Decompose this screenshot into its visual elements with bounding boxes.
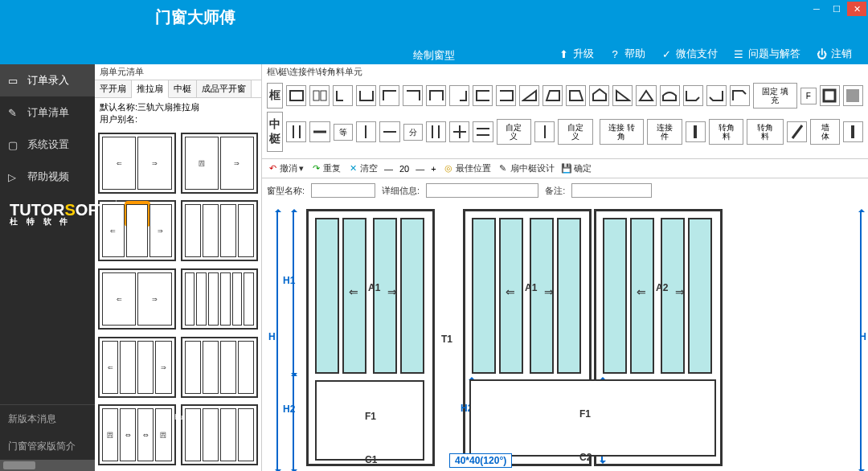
connector-button[interactable]: 连接件 bbox=[647, 119, 682, 145]
shape-ang1[interactable] bbox=[683, 85, 703, 106]
shape-u2[interactable] bbox=[426, 85, 446, 106]
scroll-thumb[interactable] bbox=[3, 461, 35, 469]
dim-H2-line bbox=[293, 376, 294, 469]
minimize-button[interactable]: ─ bbox=[807, 2, 826, 16]
slide-arrow-icon: ⇐ bbox=[349, 285, 358, 298]
corner-angle-button[interactable]: 转角 料 bbox=[747, 119, 784, 145]
f-button[interactable]: F bbox=[800, 88, 817, 104]
connector-icon[interactable] bbox=[686, 121, 706, 142]
fixed-fill-button[interactable]: 固定 填充 bbox=[753, 83, 797, 109]
mullion-cross[interactable] bbox=[449, 121, 469, 142]
confirm-button[interactable]: 💾确定 bbox=[561, 162, 592, 174]
dim-T1: T1 bbox=[441, 334, 452, 345]
corner-icon[interactable] bbox=[787, 121, 807, 142]
shape-double[interactable] bbox=[309, 85, 330, 106]
name-label: 窗型名称: bbox=[267, 185, 305, 197]
drawing-canvas[interactable]: H H1 H2 H ⇐ A1 ⇒ bbox=[262, 203, 868, 471]
canvas-area: 框\梃\连接件\转角料单元 框 bbox=[262, 64, 868, 471]
clear-icon: ✕ bbox=[347, 163, 358, 174]
shape-l4[interactable] bbox=[449, 85, 469, 106]
equal-button[interactable]: 等 bbox=[334, 124, 353, 141]
shape-tri2[interactable] bbox=[612, 85, 633, 106]
sash[interactable] bbox=[472, 218, 496, 374]
undo-button[interactable]: ↶撤消 ▾ bbox=[267, 162, 304, 174]
sash[interactable] bbox=[603, 218, 627, 374]
custom2-button[interactable]: 自定义 bbox=[558, 119, 592, 145]
window-controls: ─ ☐ ✕ bbox=[807, 2, 866, 16]
save-icon: 💾 bbox=[561, 163, 572, 174]
note-label: 备注: bbox=[545, 185, 565, 197]
mullion-v1[interactable] bbox=[286, 121, 306, 142]
name-input[interactable] bbox=[311, 183, 375, 198]
shape-tri3[interactable] bbox=[636, 85, 656, 106]
shape-ang3[interactable] bbox=[730, 85, 750, 106]
mullion-h1[interactable] bbox=[309, 121, 330, 142]
shape-c1[interactable] bbox=[473, 85, 493, 106]
logo-tutorsoft: TUTORSOFT 杜 特 软 件 bbox=[10, 202, 108, 226]
shape-u1[interactable] bbox=[356, 85, 376, 106]
shape-l1[interactable] bbox=[333, 85, 353, 106]
mullion-h3[interactable] bbox=[473, 121, 493, 142]
mullion-h2[interactable] bbox=[379, 121, 399, 142]
wechat-pay-button[interactable]: ✓ 微信支付 bbox=[660, 47, 718, 61]
sash[interactable] bbox=[557, 218, 581, 374]
redo-button[interactable]: ↷重复 bbox=[310, 162, 341, 174]
sash[interactable] bbox=[400, 218, 424, 374]
help-button[interactable]: ? 帮助 bbox=[608, 47, 645, 61]
mullion-v3[interactable] bbox=[426, 121, 446, 142]
wall-button[interactable]: 墙 体 bbox=[810, 119, 839, 145]
split-button[interactable]: 分 bbox=[403, 124, 423, 141]
wall-icon[interactable] bbox=[843, 121, 863, 142]
shape-pent[interactable] bbox=[589, 85, 609, 106]
shape-fill1[interactable] bbox=[820, 85, 840, 106]
note-input[interactable] bbox=[571, 183, 652, 198]
shape-fill2[interactable] bbox=[843, 85, 863, 106]
fields-row: 窗型名称: 详细信息: 备注: bbox=[262, 178, 868, 203]
shape-l3[interactable] bbox=[403, 85, 423, 106]
shape-trap2[interactable] bbox=[566, 85, 586, 106]
dim-F1: F1 bbox=[365, 411, 376, 422]
frame-row-label: 框 bbox=[267, 83, 283, 109]
custom1-button[interactable]: 自定义 bbox=[497, 119, 531, 145]
separator: — bbox=[384, 164, 393, 174]
mullion-v2[interactable] bbox=[356, 121, 376, 142]
dim-H1: H1 bbox=[283, 275, 295, 286]
sash[interactable] bbox=[315, 218, 339, 374]
mode-label: 绘制窗型 bbox=[413, 48, 455, 63]
corner-piece-button[interactable]: 转角料 bbox=[709, 119, 743, 145]
wechat-icon: ✓ bbox=[660, 47, 673, 60]
mullion-custom-v[interactable] bbox=[534, 121, 555, 142]
dim-A1: A1 bbox=[368, 282, 380, 293]
upgrade-icon: ⬆ bbox=[557, 47, 570, 60]
sidebar-item-intro[interactable]: 门窗管家版简介 bbox=[0, 432, 95, 460]
dim-H: H bbox=[268, 331, 276, 342]
shape-l2[interactable] bbox=[379, 85, 399, 106]
shape-trap1[interactable] bbox=[542, 85, 563, 106]
angle-dim: 40*40(120°) bbox=[449, 453, 512, 468]
connect-mullion-button[interactable]: 连接 转角 bbox=[600, 119, 645, 145]
dim-H1-line bbox=[293, 212, 294, 373]
frame-left[interactable]: ⇐ A1 ⇒ F1 C1 bbox=[306, 209, 435, 466]
shape-tri1[interactable] bbox=[519, 85, 539, 106]
detail-input[interactable] bbox=[426, 183, 538, 198]
shape-c2[interactable] bbox=[496, 85, 516, 106]
qa-button[interactable]: ☰ 问题与解答 bbox=[732, 47, 800, 61]
sidebar-scrollbar[interactable] bbox=[0, 460, 95, 471]
best-position-button[interactable]: ◎最佳位置 bbox=[443, 162, 491, 174]
logout-button[interactable]: ⏻ 注销 bbox=[815, 47, 852, 61]
design-icon: ✎ bbox=[497, 163, 509, 174]
plus-icon[interactable]: + bbox=[431, 164, 436, 174]
dim-C2: C2 bbox=[579, 452, 592, 463]
shape-rect[interactable] bbox=[286, 85, 306, 106]
sash[interactable] bbox=[688, 218, 712, 374]
mid-mullion-button[interactable]: ✎扇中梃设计 bbox=[497, 162, 555, 174]
shape-ang2[interactable] bbox=[706, 85, 727, 106]
maximize-button[interactable]: ☐ bbox=[827, 2, 846, 16]
fixed-panel-wide[interactable] bbox=[469, 379, 716, 457]
close-button[interactable]: ✕ bbox=[847, 2, 866, 16]
shape-arch[interactable] bbox=[660, 85, 680, 106]
template-thumb[interactable]: ⇐⇒ bbox=[98, 200, 176, 261]
upgrade-button[interactable]: ⬆ 升级 bbox=[557, 47, 594, 61]
slide-arrow-icon: ⇐ bbox=[506, 285, 515, 298]
clear-button[interactable]: ✕清空 bbox=[347, 162, 378, 174]
